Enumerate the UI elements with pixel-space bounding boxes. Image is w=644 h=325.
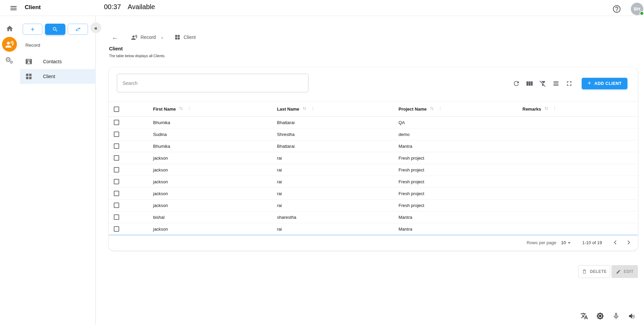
table-row[interactable]: jackson rai Fresh project <box>109 176 638 188</box>
row-checkbox[interactable] <box>114 132 119 137</box>
previous-page-icon[interactable] <box>611 238 620 247</box>
table-row[interactable]: jackson rai Fresh project <box>109 164 638 176</box>
breadcrumb-record[interactable]: Record <box>131 34 156 41</box>
row-checkbox[interactable] <box>114 120 119 125</box>
column-header-last-name[interactable]: Last Name <box>277 107 299 112</box>
sidebar-item-contacts[interactable]: Contacts <box>20 54 96 69</box>
sort-icon[interactable] <box>302 106 307 112</box>
row-checkbox[interactable] <box>114 167 119 172</box>
select-all-checkbox[interactable] <box>114 107 119 112</box>
brightness-icon[interactable] <box>596 312 604 320</box>
sidebar-item-client[interactable]: Client <box>20 69 96 84</box>
row-checkbox[interactable] <box>114 179 119 184</box>
cell-first-name: jackson <box>153 203 168 208</box>
table-toolbar: + ADD CLIENT <box>513 78 627 89</box>
row-checkbox[interactable] <box>114 214 119 220</box>
page-title: Client <box>109 46 123 51</box>
table-row[interactable]: jackson rai Fresh project <box>109 200 638 211</box>
columns-icon[interactable] <box>526 80 533 87</box>
row-checkbox[interactable] <box>114 191 119 196</box>
cell-first-name: Sudina <box>153 132 167 137</box>
help-icon[interactable] <box>612 4 621 14</box>
sidebar-item-label: Client <box>43 74 55 79</box>
column-header-first-name[interactable]: First Name <box>153 107 176 112</box>
home-icon[interactable] <box>6 25 14 32</box>
rows-per-page-select[interactable]: 10 <box>561 239 573 246</box>
cell-project-name: QA <box>399 120 405 125</box>
filter-off-icon[interactable] <box>539 80 546 87</box>
table-row[interactable]: bishal sharestha Mantra <box>109 211 638 223</box>
add-new-button[interactable]: + <box>23 24 42 35</box>
cell-project-name: Mantra <box>399 144 412 149</box>
table-row[interactable]: jackson rai Fresh project <box>109 188 638 200</box>
next-page-icon[interactable] <box>624 238 633 247</box>
trash-icon <box>582 269 587 274</box>
cell-last-name: rai <box>277 167 282 172</box>
column-menu-icon[interactable] <box>552 106 557 112</box>
availability-status[interactable]: Available <box>128 3 155 11</box>
rows-per-page-label: Rows per page <box>527 240 556 245</box>
cell-first-name: jackson <box>153 179 168 184</box>
contacts-card-icon <box>25 58 33 65</box>
translate-icon[interactable] <box>580 312 588 320</box>
sidebar-search-button[interactable] <box>45 24 65 35</box>
add-client-button[interactable]: + ADD CLIENT <box>582 78 627 89</box>
fullscreen-icon[interactable] <box>565 80 573 87</box>
refresh-icon[interactable] <box>513 80 520 87</box>
table-row[interactable]: jackson rai Fresh project <box>109 152 638 164</box>
record-module-icon[interactable] <box>2 37 17 52</box>
cell-project-name: Fresh project <box>399 156 424 161</box>
cell-last-name: rai <box>277 227 282 232</box>
menu-icon[interactable] <box>9 4 18 12</box>
edit-button[interactable]: EDIT <box>611 265 638 278</box>
delete-button[interactable]: DELETE <box>578 265 610 278</box>
client-grid-icon <box>174 34 180 40</box>
column-header-project-name[interactable]: Project Name <box>399 107 427 112</box>
client-table-panel: + ADD CLIENT First Name Last Name <box>109 67 638 251</box>
breadcrumb-client[interactable]: Client <box>174 34 196 40</box>
row-checkbox[interactable] <box>114 155 119 161</box>
back-arrow-icon[interactable]: ← <box>111 33 120 42</box>
volume-icon[interactable] <box>628 312 636 320</box>
table-row[interactable]: Bhumika Bhattarai QA <box>109 117 638 129</box>
table-row[interactable]: jackson rai Mantra <box>109 223 638 235</box>
column-header-remarks[interactable]: Remarks <box>522 107 541 112</box>
table-row[interactable]: Sudina Shrestha demo <box>109 129 638 140</box>
breadcrumb-separator: › <box>161 34 163 40</box>
collapse-sidebar-icon[interactable]: « <box>90 22 101 33</box>
cell-project-name: Mantra <box>399 215 412 220</box>
cell-last-name: rai <box>277 179 282 184</box>
breadcrumb-client-label: Client <box>184 34 196 40</box>
table-header: First Name Last Name Project Name <box>109 101 638 117</box>
row-checkbox[interactable] <box>114 226 119 232</box>
cell-first-name: jackson <box>153 167 168 172</box>
row-checkbox[interactable] <box>114 203 119 208</box>
record-voice-icon <box>131 34 137 41</box>
column-menu-icon[interactable] <box>438 106 443 112</box>
online-status-dot <box>640 11 644 16</box>
microphone-icon[interactable] <box>612 312 620 320</box>
sort-icon[interactable] <box>429 106 434 112</box>
column-menu-icon[interactable] <box>187 106 192 112</box>
cell-last-name: rai <box>277 156 282 161</box>
add-client-label: ADD CLIENT <box>594 81 622 86</box>
cell-last-name: Bhattarai <box>277 144 295 149</box>
rows-per-page-value: 10 <box>561 240 566 245</box>
density-icon[interactable] <box>552 80 560 87</box>
client-grid-icon <box>25 73 33 80</box>
sort-icon[interactable] <box>178 106 184 112</box>
table-row[interactable]: Bhumika Bhattarai Mantra <box>109 140 638 152</box>
gear-small: ⚙ <box>9 60 13 64</box>
sort-icon[interactable] <box>544 106 549 112</box>
session-timer: 00:37 <box>104 3 121 11</box>
avatar[interactable]: BH <box>631 3 643 15</box>
row-actions: DELETE EDIT <box>578 265 638 278</box>
settings-gear-icon[interactable]: ⚙ ⚙ <box>4 56 15 66</box>
cell-last-name: Bhattarai <box>277 120 295 125</box>
cell-last-name: Shrestha <box>277 132 295 137</box>
search-input[interactable] <box>117 74 308 92</box>
row-checkbox[interactable] <box>114 143 119 149</box>
swap-arrows-button[interactable] <box>68 24 88 35</box>
cell-project-name: Fresh project <box>399 203 424 208</box>
column-menu-icon[interactable] <box>310 106 315 112</box>
